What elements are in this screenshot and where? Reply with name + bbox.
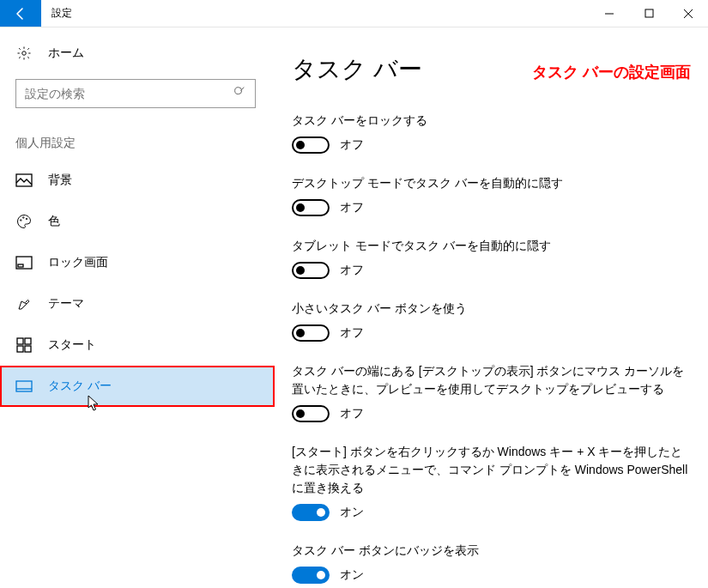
back-button[interactable] xyxy=(0,0,41,27)
sidebar-item-themes[interactable]: テーマ xyxy=(0,283,275,324)
toggle-state-label: オン xyxy=(340,567,364,583)
annotation-text: タスク バーの設定画面 xyxy=(532,62,691,82)
start-icon xyxy=(15,336,33,354)
setting-row: タスク バーをロックするオフ xyxy=(292,112,691,154)
svg-point-8 xyxy=(21,220,22,221)
sidebar-home[interactable]: ホーム xyxy=(0,27,275,79)
setting-row: タスク バー ボタンにバッジを表示オン xyxy=(292,542,691,584)
sidebar-home-label: ホーム xyxy=(48,45,84,61)
sidebar-item-label: タスク バー xyxy=(48,379,112,394)
toggle-state-label: オン xyxy=(340,505,364,520)
setting-label: タブレット モードでタスク バーを自動的に隠す xyxy=(292,237,691,255)
minimize-button[interactable] xyxy=(590,0,629,27)
picture-icon xyxy=(15,172,33,189)
toggle-state-label: オフ xyxy=(340,406,364,421)
sidebar-item-start[interactable]: スタート xyxy=(0,324,275,366)
sidebar-item-label: スタート xyxy=(48,337,96,353)
svg-rect-15 xyxy=(17,346,23,352)
title-bar: 設定 xyxy=(0,0,708,27)
svg-point-9 xyxy=(23,217,25,219)
toggle-state-label: オフ xyxy=(340,263,364,278)
svg-rect-1 xyxy=(645,9,653,17)
sidebar-item-label: 色 xyxy=(48,214,60,229)
sidebar-item-label: 背景 xyxy=(48,173,72,188)
taskbar-icon xyxy=(15,378,33,395)
setting-row: 小さいタスク バー ボタンを使うオフ xyxy=(292,300,691,342)
setting-row: [スタート] ボタンを右クリックするか Windows キー + X キーを押し… xyxy=(292,443,691,521)
toggle-state-label: オフ xyxy=(340,137,364,153)
setting-label: タスク バー ボタンにバッジを表示 xyxy=(292,542,691,560)
toggle-switch[interactable] xyxy=(292,136,330,154)
svg-rect-16 xyxy=(25,346,31,352)
toggle-switch[interactable] xyxy=(292,324,330,342)
svg-rect-14 xyxy=(25,338,31,344)
svg-point-10 xyxy=(26,218,27,220)
sidebar-item-label: テーマ xyxy=(48,296,84,312)
sidebar-item-colors[interactable]: 色 xyxy=(0,201,275,242)
sidebar-item-label: ロック画面 xyxy=(48,255,108,270)
gear-icon xyxy=(15,45,33,62)
toggle-switch[interactable] xyxy=(292,262,330,279)
sidebar-item-lockscreen[interactable]: ロック画面 xyxy=(0,242,275,283)
svg-rect-17 xyxy=(16,381,32,391)
sidebar-item-taskbar[interactable]: タスク バー xyxy=(0,366,275,407)
setting-row: タブレット モードでタスク バーを自動的に隠すオフ xyxy=(292,237,691,279)
toggle-switch[interactable] xyxy=(292,567,330,584)
setting-label: タスク バーの端にある [デスクトップの表示] ボタンにマウス カーソルを置いた… xyxy=(292,362,691,398)
maximize-button[interactable] xyxy=(629,0,669,27)
svg-point-4 xyxy=(22,52,27,56)
window-title: 設定 xyxy=(41,0,82,27)
setting-label: [スタート] ボタンを右クリックするか Windows キー + X キーを押し… xyxy=(292,443,691,497)
setting-label: タスク バーをロックする xyxy=(292,112,691,130)
sidebar-item-background[interactable]: 背景 xyxy=(0,160,275,201)
main-panel: タスク バー タスク バーの設定画面 タスク バーをロックするオフデスクトップ … xyxy=(275,27,708,588)
search-icon xyxy=(233,85,246,102)
toggle-state-label: オフ xyxy=(340,200,364,215)
palette-icon xyxy=(15,213,33,230)
setting-label: 小さいタスク バー ボタンを使う xyxy=(292,300,691,318)
window-controls xyxy=(590,0,708,27)
svg-rect-13 xyxy=(17,338,23,344)
toggle-state-label: オフ xyxy=(340,325,364,341)
setting-row: タスク バーの端にある [デスクトップの表示] ボタンにマウス カーソルを置いた… xyxy=(292,362,691,422)
sidebar-section-header: 個人用設定 xyxy=(0,124,275,160)
toggle-switch[interactable] xyxy=(292,199,330,216)
lockscreen-icon xyxy=(15,254,33,271)
setting-row: デスクトップ モードでタスク バーを自動的に隠すオフ xyxy=(292,174,691,216)
toggle-switch[interactable] xyxy=(292,504,330,521)
toggle-switch[interactable] xyxy=(292,405,330,422)
page-title: タスク バー xyxy=(292,53,422,86)
close-button[interactable] xyxy=(669,0,708,27)
svg-rect-12 xyxy=(18,264,23,267)
setting-label: デスクトップ モードでタスク バーを自動的に隠す xyxy=(292,174,691,192)
sidebar: ホーム 個人用設定 背景 色 ロック画面 テーマ xyxy=(0,27,275,588)
search-field[interactable] xyxy=(25,87,233,100)
search-input[interactable] xyxy=(15,79,256,108)
theme-icon xyxy=(15,295,33,312)
